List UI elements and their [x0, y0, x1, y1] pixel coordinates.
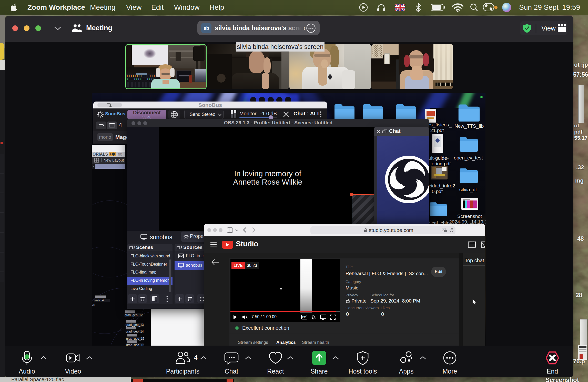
- svg-text:CC: CC: [302, 316, 306, 319]
- svg-text:A: A: [442, 228, 444, 231]
